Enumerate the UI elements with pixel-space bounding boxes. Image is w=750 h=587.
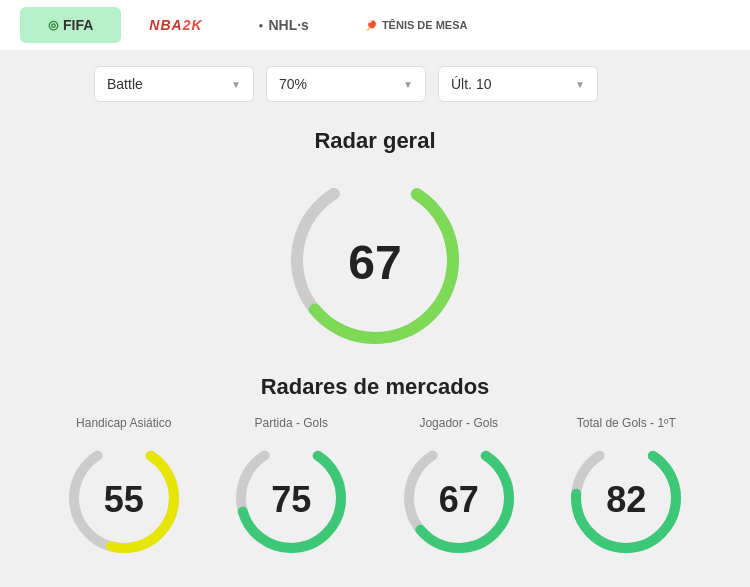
- radar-item-label: Jogador - Gols: [419, 416, 498, 430]
- filters-row: Battle ▼ 70% ▼ Últ. 10 ▼: [0, 50, 750, 118]
- radar-item-label: Total de Gols - 1ºT: [577, 416, 676, 430]
- radar-geral-gauge-container: 67: [40, 170, 710, 354]
- radar-item-value: 55: [104, 479, 144, 521]
- radar-item-label: Handicap Asiático: [76, 416, 171, 430]
- tab-tennis-label: TÊNIS DE MESA: [382, 19, 468, 31]
- radar-item-value: 82: [606, 479, 646, 521]
- radar-geral-title: Radar geral: [40, 128, 710, 154]
- radar-item: Jogador - Gols67: [399, 416, 519, 562]
- radar-item-gauge-3: 82: [566, 438, 686, 562]
- main-content: Radar geral 67 Radares de mercados Handi…: [0, 118, 750, 582]
- filter-last[interactable]: Últ. 10 ▼: [438, 66, 598, 102]
- tab-nba-label: NBA2K: [149, 17, 202, 33]
- chevron-down-icon: ▼: [231, 79, 241, 90]
- radar-item-gauge-0: 55: [64, 438, 184, 562]
- radar-item-value: 67: [439, 479, 479, 521]
- chevron-down-icon-2: ▼: [403, 79, 413, 90]
- radar-geral-section: Radar geral 67: [40, 128, 710, 354]
- radar-item: Partida - Gols75: [231, 416, 351, 562]
- radares-mercados-title: Radares de mercados: [40, 374, 710, 400]
- fifa-icon: ◎: [48, 18, 58, 32]
- radares-mercados-grid: Handicap Asiático55Partida - Gols75Jogad…: [40, 416, 710, 562]
- radar-item-label: Partida - Gols: [255, 416, 328, 430]
- chevron-down-icon-3: ▼: [575, 79, 585, 90]
- tab-nhl-label: NHL·s: [268, 17, 308, 33]
- nav-tabs: ◎ FIFA NBA2K ● NHL·s 🏓 TÊNIS DE MESA: [0, 0, 750, 50]
- radar-geral-gauge: 67: [285, 170, 465, 354]
- filter-percent[interactable]: 70% ▼: [266, 66, 426, 102]
- filter-percent-value: 70%: [279, 76, 307, 92]
- filter-last-value: Últ. 10: [451, 76, 491, 92]
- tab-fifa-label: FIFA: [63, 17, 93, 33]
- radar-item-value: 75: [271, 479, 311, 521]
- tab-tennis[interactable]: 🏓 TÊNIS DE MESA: [337, 7, 496, 43]
- radar-item: Handicap Asiático55: [64, 416, 184, 562]
- tennis-icon: 🏓: [365, 20, 377, 31]
- tab-nba[interactable]: NBA2K: [121, 7, 230, 43]
- nhl-icon: ●: [259, 21, 264, 30]
- tab-fifa[interactable]: ◎ FIFA: [20, 7, 121, 43]
- radar-item: Total de Gols - 1ºT82: [566, 416, 686, 562]
- radar-item-gauge-2: 67: [399, 438, 519, 562]
- tab-nhl[interactable]: ● NHL·s: [231, 7, 337, 43]
- radares-mercados-section: Radares de mercados Handicap Asiático55P…: [40, 374, 710, 562]
- filter-type-value: Battle: [107, 76, 143, 92]
- radar-item-gauge-1: 75: [231, 438, 351, 562]
- filter-type[interactable]: Battle ▼: [94, 66, 254, 102]
- radar-geral-value: 67: [348, 235, 401, 290]
